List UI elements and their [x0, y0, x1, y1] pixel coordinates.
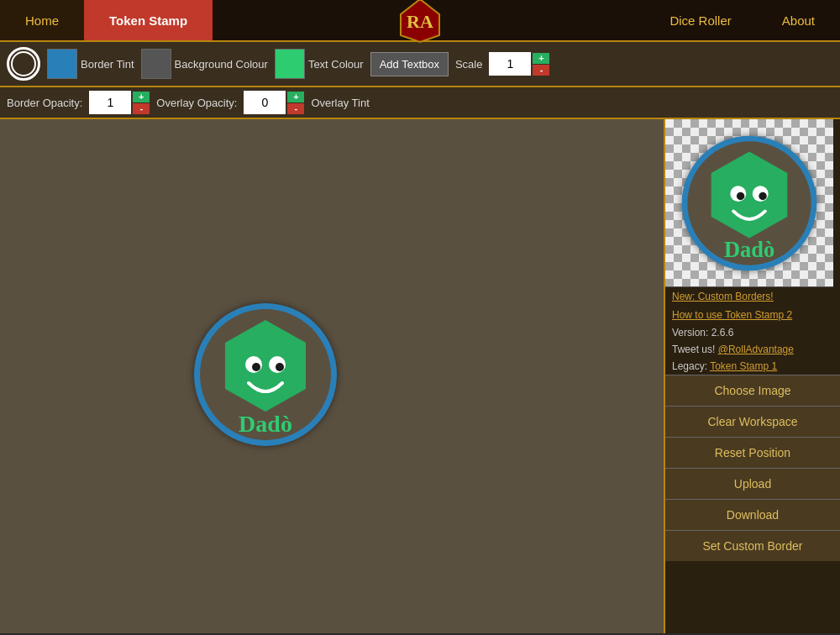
border-tint-swatch[interactable] [47, 49, 77, 79]
svg-point-15 [737, 192, 744, 199]
overlay-opacity-input[interactable]: 0 [244, 91, 286, 114]
add-textbox-button[interactable]: Add Textbox [370, 52, 449, 76]
legacy-text: Legacy: Token Stamp 1 [665, 358, 840, 375]
svg-text:Dadò: Dadò [724, 237, 774, 262]
legacy-link[interactable]: Token Stamp 1 [710, 360, 777, 372]
background-colour-label: Background Colour [175, 58, 268, 71]
svg-point-8 [276, 363, 284, 371]
scale-input[interactable]: 1 [489, 52, 531, 76]
tweet-label: Tweet us! [672, 344, 715, 355]
navbar: Home Token Stamp RA Dice Roller About [0, 0, 840, 42]
nav-home[interactable]: Home [0, 0, 84, 40]
set-custom-border-button[interactable]: Set Custom Border [665, 530, 840, 561]
background-colour-swatch[interactable] [141, 49, 171, 79]
border-tint-group: Border Tint [47, 49, 134, 79]
upload-button[interactable]: Upload [665, 468, 840, 499]
scale-stepper-buttons: + - [533, 53, 549, 76]
text-colour-group: Text Colour [275, 49, 364, 79]
overlay-opacity-label: Overlay Opacity: [156, 97, 237, 109]
toolbar-row2: Border Opacity: 1 + - Overlay Opacity: 0… [0, 87, 840, 119]
legacy-label: Legacy: [672, 360, 707, 372]
svg-text:RA: RA [407, 11, 433, 32]
border-preview [7, 47, 40, 81]
nav-token-stamp[interactable]: Token Stamp [84, 0, 213, 40]
clear-workspace-button[interactable]: Clear Workspace [665, 406, 840, 437]
scale-plus-button[interactable]: + [533, 53, 549, 64]
download-button[interactable]: Download [665, 499, 840, 530]
reset-position-button[interactable]: Reset Position [665, 437, 840, 468]
scale-stepper: 1 + - [489, 52, 549, 76]
version-text: Version: 2.6.6 [665, 324, 840, 341]
main-area: Dadò Dadò New: Custom Borders! How to us… [0, 119, 840, 633]
tweet-text: Tweet us! @RollAdvantage [665, 341, 840, 358]
toolbar-row1: Border Tint Background Colour Text Colou… [0, 42, 840, 87]
workspace[interactable]: Dadò [0, 119, 664, 633]
token-preview-box: Dadò [665, 119, 833, 287]
overlay-opacity-plus-button[interactable]: + [287, 92, 304, 102]
border-tint-label: Border Tint [81, 58, 134, 71]
overlay-opacity-minus-button[interactable]: - [287, 103, 304, 114]
border-opacity-stepper: 1 + - [89, 91, 150, 114]
border-opacity-input[interactable]: 1 [89, 91, 131, 114]
border-opacity-label: Border Opacity: [7, 97, 82, 109]
how-to-use-link[interactable]: How to use Token Stamp 2 [665, 306, 840, 324]
nav-dice-roller[interactable]: Dice Roller [644, 0, 756, 40]
text-colour-label: Text Colour [308, 58, 364, 71]
right-panel: Dadò New: Custom Borders! How to use Tok… [664, 119, 840, 633]
overlay-tint-label: Overlay Tint [311, 97, 369, 109]
text-colour-swatch[interactable] [275, 49, 305, 79]
overlay-opacity-stepper: 0 + - [244, 91, 304, 114]
token-workspace[interactable]: Dadò [190, 299, 341, 454]
scale-minus-button[interactable]: - [533, 65, 549, 76]
choose-image-button[interactable]: Choose Image [665, 375, 840, 406]
tweet-handle-link[interactable]: @RollAdvantage [718, 344, 794, 355]
border-opacity-minus-button[interactable]: - [133, 103, 150, 114]
svg-point-7 [252, 363, 260, 371]
svg-point-16 [759, 192, 766, 199]
border-opacity-plus-button[interactable]: + [133, 92, 150, 102]
nav-about[interactable]: About [757, 0, 840, 40]
new-custom-borders-link[interactable]: New: Custom Borders! [665, 287, 840, 306]
background-colour-group: Background Colour [141, 49, 268, 79]
svg-text:Dadò: Dadò [239, 411, 292, 437]
scale-label: Scale [455, 58, 483, 71]
logo: RA [399, 0, 441, 44]
